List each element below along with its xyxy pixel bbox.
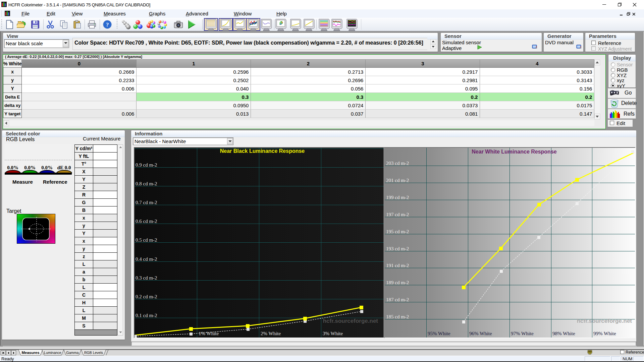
svg-text:?: ?: [106, 21, 109, 28]
svg-text:RGB Levels: RGB Levels: [84, 351, 103, 355]
svg-text:Gamma: Gamma: [66, 351, 79, 355]
svg-text:Luminance: Luminance: [44, 351, 61, 355]
svg-text:Measures: Measures: [21, 351, 39, 355]
